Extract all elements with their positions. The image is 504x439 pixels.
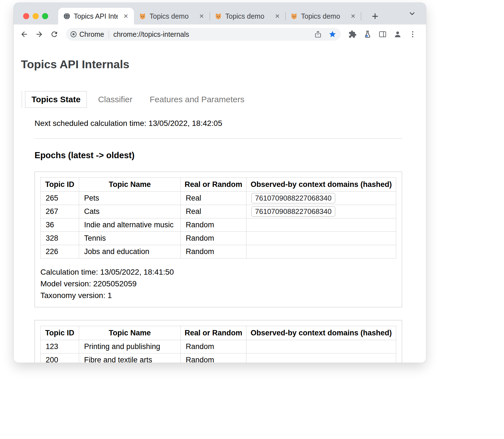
- browser-window: Topics API Intern × Topics demo × Topics…: [14, 3, 426, 363]
- col-topic-name: Topic Name: [79, 326, 181, 340]
- tab-label: Topics demo: [150, 12, 194, 20]
- chrome-logo-icon: [70, 31, 77, 38]
- page-title: Topics API Internals: [21, 58, 426, 71]
- bookmark-star-icon[interactable]: [326, 28, 339, 40]
- topic-row: 267CatsReal7610709088227068340: [41, 205, 396, 218]
- table-header-row: Topic ID Topic Name Real or Random Obser…: [41, 178, 396, 192]
- col-observed-domains: Observed-by context domains (hashed): [246, 326, 396, 340]
- new-tab-button[interactable]: +: [368, 9, 382, 23]
- tab-strip: Topics API Intern × Topics demo × Topics…: [14, 3, 426, 25]
- topic-id-cell: 265: [41, 192, 79, 205]
- tab-topics-state[interactable]: Topics State: [25, 91, 87, 108]
- topic-name-cell: Indie and alternative music: [79, 218, 181, 232]
- reload-button[interactable]: [48, 28, 61, 41]
- topic-row: 226Jobs and educationRandom: [41, 245, 396, 258]
- topic-row: 200Fibre and textile artsRandom: [41, 353, 396, 363]
- observed-domains-cell: [246, 218, 396, 232]
- epoch-box-older: Topic ID Topic Name Real or Random Obser…: [35, 320, 402, 363]
- col-topic-name: Topic Name: [79, 178, 181, 192]
- topic-name-cell: Pets: [79, 192, 181, 205]
- epoch-meta: Calculation time: 13/05/2022, 18:41:50 M…: [40, 266, 396, 301]
- topic-row: 123Printing and publishingRandom: [41, 340, 396, 353]
- hashed-domain-value[interactable]: 7610709088227068340: [251, 206, 335, 217]
- tab-classifier[interactable]: Classifier: [92, 91, 138, 108]
- divider: [35, 138, 402, 139]
- col-real-or-random: Real or Random: [181, 178, 246, 192]
- labs-beaker-button[interactable]: [361, 28, 374, 41]
- cat-icon: [215, 13, 222, 20]
- back-button[interactable]: [18, 28, 31, 41]
- observed-domains-cell: 7610709088227068340: [246, 205, 396, 218]
- topics-table: Topic ID Topic Name Real or Random Obser…: [40, 326, 396, 363]
- real-or-random-cell: Random: [181, 218, 246, 232]
- tab-topics-api-internals[interactable]: Topics API Intern ×: [58, 8, 134, 25]
- observed-domains-cell: [246, 232, 396, 245]
- close-tab-icon[interactable]: ×: [348, 11, 358, 21]
- next-calculation-text: Next scheduled calculation time: 13/05/2…: [35, 119, 402, 128]
- zoom-window-button[interactable]: [42, 13, 48, 19]
- topic-id-cell: 226: [41, 245, 79, 258]
- real-or-random-cell: Random: [181, 353, 246, 363]
- tab-label: Topics demo: [301, 12, 345, 20]
- cat-icon: [139, 13, 146, 20]
- extensions-puzzle-button[interactable]: [346, 28, 359, 41]
- real-or-random-cell: Random: [181, 340, 246, 353]
- close-tab-icon[interactable]: ×: [121, 11, 131, 21]
- browser-toolbar: Chrome chrome://topics-internals: [14, 25, 426, 44]
- topic-row: 265PetsReal7610709088227068340: [41, 192, 396, 205]
- topic-name-cell: Jobs and education: [79, 245, 181, 258]
- topic-id-cell: 267: [41, 205, 79, 218]
- epoch-box-latest: Topic ID Topic Name Real or Random Obser…: [35, 172, 402, 307]
- minimize-window-button[interactable]: [33, 13, 39, 19]
- topic-id-cell: 123: [41, 340, 79, 353]
- internals-globe-icon: [63, 13, 70, 20]
- taxonomy-version-text: Taxonomy version: 1: [40, 290, 396, 301]
- observed-domains-cell: [246, 245, 396, 258]
- close-tab-icon[interactable]: ×: [273, 11, 282, 21]
- model-version-text: Model version: 2205052059: [40, 278, 396, 290]
- topic-id-cell: 200: [41, 353, 79, 363]
- topics-table: Topic ID Topic Name Real or Random Obser…: [40, 177, 396, 258]
- share-button[interactable]: [312, 28, 324, 40]
- real-or-random-cell: Random: [181, 232, 246, 245]
- calculation-time-text: Calculation time: 13/05/2022, 18:41:50: [40, 266, 396, 278]
- forward-button[interactable]: [33, 28, 46, 41]
- col-topic-id: Topic ID: [41, 326, 79, 340]
- side-panel-button[interactable]: [376, 28, 389, 41]
- browser-menu-button[interactable]: [406, 28, 419, 41]
- topics-state-panel: Next scheduled calculation time: 13/05/2…: [35, 119, 402, 363]
- tab-topics-demo-2[interactable]: Topics demo ×: [210, 8, 285, 25]
- observed-domains-cell: [246, 353, 396, 363]
- page-tab-bar: Topics State Classifier Features and Par…: [22, 91, 426, 108]
- table-header-row: Topic ID Topic Name Real or Random Obser…: [41, 326, 396, 340]
- tab-label: Topics API Intern: [74, 12, 118, 20]
- tab-overflow-chevron-icon[interactable]: [406, 8, 418, 20]
- tab-edge-line: [22, 91, 22, 108]
- topics-internals-page: Topics API Internals Topics State Classi…: [14, 58, 426, 363]
- profile-avatar-button[interactable]: [391, 28, 404, 41]
- observed-domains-cell: 7610709088227068340: [246, 192, 396, 205]
- omnibox-separator: [109, 31, 109, 38]
- close-tab-icon[interactable]: ×: [197, 11, 206, 21]
- col-observed-domains: Observed-by context domains (hashed): [246, 178, 396, 192]
- topic-id-cell: 328: [41, 232, 79, 245]
- col-real-or-random: Real or Random: [181, 326, 246, 340]
- tab-features-and-parameters[interactable]: Features and Parameters: [144, 91, 251, 108]
- hashed-domain-value[interactable]: 7610709088227068340: [251, 193, 335, 203]
- col-topic-id: Topic ID: [41, 178, 79, 192]
- topic-name-cell: Cats: [79, 205, 181, 218]
- url-text: chrome://topics-internals: [113, 30, 310, 38]
- window-controls: [23, 13, 48, 19]
- close-window-button[interactable]: [23, 13, 29, 19]
- topic-row: 328TennisRandom: [41, 232, 396, 245]
- observed-domains-cell: [246, 340, 396, 353]
- tab-topics-demo-1[interactable]: Topics demo ×: [134, 8, 210, 25]
- address-bar[interactable]: Chrome chrome://topics-internals: [66, 28, 341, 41]
- real-or-random-cell: Real: [181, 192, 246, 205]
- topic-name-cell: Fibre and textile arts: [79, 353, 181, 363]
- tab-topics-demo-3[interactable]: Topics demo ×: [285, 8, 361, 25]
- real-or-random-cell: Random: [181, 245, 246, 258]
- epochs-heading: Epochs (latest -> oldest): [35, 150, 402, 160]
- tab-label: Topics demo: [225, 12, 269, 20]
- topic-name-cell: Tennis: [79, 232, 181, 245]
